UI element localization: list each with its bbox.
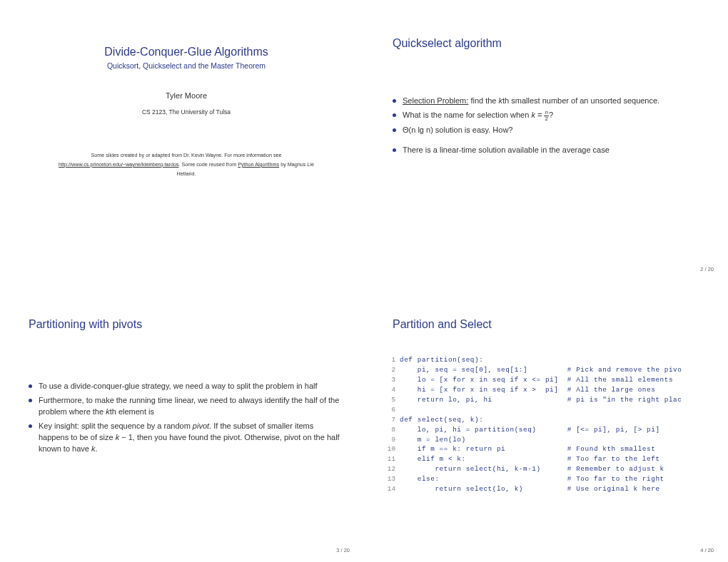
page-number-2: 2 / 20 <box>700 266 714 272</box>
code-l7: def select(seq, k): <box>400 416 483 424</box>
slide-2: Quickselect algorithm Selection Problem:… <box>364 0 728 281</box>
bullet-linear: There is a linear-time solution availabl… <box>393 145 708 156</box>
slide-4: Partition and Select 1def partition(seq)… <box>364 281 728 562</box>
code-l14: return select(lo, k) # Use original k he… <box>400 485 660 493</box>
code-l11: elif m < k: # Too far to the left <box>400 455 660 463</box>
code-l8: lo, pi, hi = partition(seq) # [<= pi], p… <box>400 426 660 434</box>
slide-2-bullets: Selection Problem: find the kth smallest… <box>393 96 708 156</box>
code-l5: return lo, pi, hi # pi is "in the right … <box>400 396 682 404</box>
b2-eq: = <box>535 111 545 119</box>
bullet-split: To use a divide-conquer-glue strategy, w… <box>29 381 344 392</box>
slide-1-affiliation: CS 2123, The University of Tulsa <box>29 108 344 116</box>
bullet-identify: Furthermore, to make the running time li… <box>29 395 344 418</box>
bullet-selection-problem: Selection Problem: find the kth smallest… <box>393 96 708 107</box>
slide-1-subtitle: Quicksort, Quickselect and the Master Th… <box>29 61 344 70</box>
b2b: th element is <box>110 407 154 416</box>
slide-3: Partitioning with pivots To use a divide… <box>0 281 364 562</box>
b3a: Key insight: split the sequence by a ran… <box>39 422 193 430</box>
b3-text: Θ(n lg n) solution is easy. How? <box>403 126 512 134</box>
b1-text: To use a divide-conquer-glue strategy, w… <box>39 382 318 390</box>
credits-line-2b: by Magnus Lie <box>279 161 314 168</box>
slide-3-title: Partitioning with pivots <box>29 318 344 331</box>
b3d: . <box>96 444 98 453</box>
sp-t2: th smallest number of an unsorted sequen… <box>502 96 659 105</box>
b2a: Furthermore, to make the running time li… <box>39 396 339 416</box>
code-l3: lo = [x for x in seq if x <= pi] # All t… <box>400 376 673 384</box>
credits-line-2a: . Some code reused from <box>179 161 238 168</box>
credits-line-1: Some slides created by or adapted from D… <box>91 152 282 158</box>
credits-line-3: Hetland. <box>177 170 196 177</box>
b2-q: ? <box>549 111 553 119</box>
slide-1-credits: Some slides created by or adapted from D… <box>29 151 344 179</box>
code-l12: return select(hi, k-m-1) # Remember to a… <box>400 465 664 473</box>
sp-label: Selection Problem: <box>403 96 468 105</box>
code-l13: else: # Too far to the right <box>400 475 664 483</box>
b2-t1: What is the name for selection when <box>403 111 531 119</box>
slide-4-title: Partition and Select <box>393 318 708 331</box>
bullet-theta: Θ(n lg n) solution is easy. How? <box>393 125 708 136</box>
credits-url: http://www.cs.princeton.edu/~wayne/klein… <box>59 161 178 168</box>
code-l1: def partition(seq): <box>400 356 483 364</box>
slide-1-author: Tyler Moore <box>29 91 344 100</box>
bullet-key-insight: Key insight: split the sequence by a ran… <box>29 421 344 455</box>
page-number-4: 4 / 20 <box>700 547 714 553</box>
credits-book: Python Algorithms <box>238 161 279 168</box>
b3p: pivot <box>193 422 209 430</box>
sp-t1: find the <box>468 96 498 105</box>
code-l9: m = len(lo) <box>400 436 466 444</box>
slide-3-bullets: To use a divide-conquer-glue strategy, w… <box>29 381 344 455</box>
b4-text: There is a linear-time solution availabl… <box>403 145 610 154</box>
slide-2-title: Quickselect algorithm <box>393 37 708 50</box>
code-l10: if m == k: return pi # Found kth smalles… <box>400 445 655 453</box>
page-number-3: 3 / 20 <box>336 547 350 553</box>
code-l2: pi, seq = seq[0], seq[1:] # Pick and rem… <box>400 366 682 374</box>
bullet-median: What is the name for selection when k = … <box>393 110 708 122</box>
slide-1-title: Divide-Conquer-Glue Algorithms <box>29 46 344 58</box>
code-block: 1def partition(seq): 2 pi, seq = seq[0],… <box>385 355 708 494</box>
code-l4: hi = [x for x in seq if x > pi] # All th… <box>400 386 655 394</box>
slide-1: Divide-Conquer-Glue Algorithms Quicksort… <box>0 0 364 281</box>
